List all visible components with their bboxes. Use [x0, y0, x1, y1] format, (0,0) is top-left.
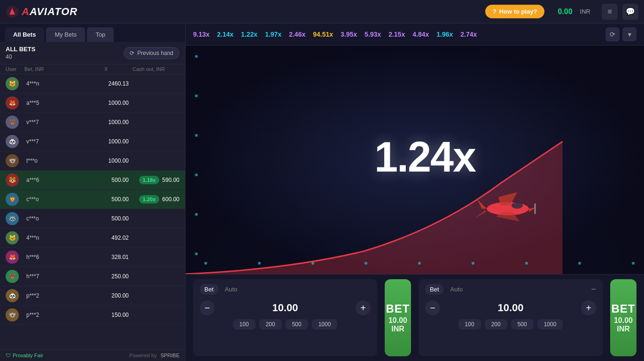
avatar: 🦊	[6, 96, 19, 110]
bets-column-headers: User Bet, INR X Cash out, INR	[0, 64, 185, 74]
bet-tab-2-bet[interactable]: Bet	[425, 284, 444, 295]
bet-panel-2-close-button[interactable]: −	[591, 284, 596, 294]
bet-btn-2-amount: 10.00 INR	[610, 316, 636, 333]
prev-hand-label: Previous hand	[137, 50, 173, 56]
bet-button-2[interactable]: BET 10.00 INR	[610, 279, 636, 356]
previous-hand-button[interactable]: ⟳ Previous hand	[124, 47, 179, 59]
bet-panel-2-tabs: Bet Auto −	[425, 284, 596, 295]
right-panel: 9.13x2.14x1.22x1.97x2.46x94.51x3.95x5.93…	[186, 24, 644, 361]
multiplier-value[interactable]: 5.93x	[365, 31, 381, 38]
expand-button[interactable]: ▾	[622, 27, 636, 41]
avatar: 🐼	[6, 289, 19, 302]
left-panel: All Bets My Bets Top ALL BETS 40 ⟳ Previ…	[0, 24, 186, 361]
svg-marker-18	[477, 199, 487, 209]
menu-button[interactable]: ≡	[602, 4, 618, 20]
logo: AAVIATOR	[6, 5, 78, 18]
username: 4***n	[24, 80, 100, 87]
bet-panel-2: Bet Auto − − + 100 200 500 1000	[419, 279, 603, 356]
avatar: 🐻	[6, 270, 19, 283]
bet-btn-1-label: BET	[386, 302, 410, 315]
multiplier-value[interactable]: 2.15x	[388, 31, 405, 38]
bet-amount: 500.00	[100, 196, 132, 203]
bet-panel-1-amount-row: − +	[200, 300, 371, 315]
bet-panel-1-increase-button[interactable]: +	[356, 300, 371, 315]
bet-tab-1-auto[interactable]: Auto	[220, 284, 242, 295]
bet-button-1[interactable]: BET 10.00 INR	[385, 279, 411, 356]
bet-row: 🐻 v***7 1000.00	[0, 113, 185, 132]
footer-bar: 🛡 Provably Fair Powered by SPRIBE	[0, 349, 185, 361]
quick-amount-500-1[interactable]: 500	[286, 319, 308, 330]
left-dots	[195, 55, 198, 255]
quick-amount-200-2[interactable]: 200	[485, 319, 507, 330]
avatar: 🦊	[6, 251, 19, 264]
quick-amount-200-1[interactable]: 200	[259, 319, 282, 330]
bets-title-area: ALL BETS 40	[6, 46, 35, 60]
col-x: X	[104, 66, 132, 72]
bet-row: 🐻 h***7 250.00	[0, 267, 185, 286]
chat-icon: 💬	[626, 7, 635, 16]
bet-row: 🦊 h***6 328.01	[0, 248, 185, 267]
username: p***2	[24, 312, 100, 318]
dot	[195, 213, 198, 216]
bottom-dots	[204, 262, 635, 265]
quick-amount-100-2[interactable]: 100	[458, 319, 481, 330]
dot	[258, 262, 261, 265]
bet-amount: 150.00	[100, 312, 132, 318]
multiplier-value[interactable]: 94.51x	[313, 31, 333, 38]
avatar: 🐱	[6, 231, 19, 244]
avatar: 🐨	[6, 308, 19, 322]
bet-panel-2-amount-input[interactable]	[444, 302, 577, 314]
all-bets-title: ALL BETS	[6, 46, 35, 53]
plane-icon	[470, 188, 536, 227]
bet-tab-1-bet[interactable]: Bet	[200, 284, 218, 295]
dot	[472, 262, 474, 265]
quick-amount-1000-2[interactable]: 1000	[537, 319, 563, 330]
tab-my-bets[interactable]: My Bets	[46, 27, 85, 42]
quick-amount-500-2[interactable]: 500	[511, 319, 534, 330]
multiplier-value[interactable]: 1.96x	[436, 31, 453, 38]
bet-amount: 500.00	[100, 177, 132, 183]
username: h***6	[24, 254, 100, 260]
username: 4***n	[24, 235, 100, 241]
multiplier-badge: 1.20x	[139, 195, 160, 204]
multiplier-value[interactable]: 9.13x	[193, 31, 209, 38]
quick-amount-100-1[interactable]: 100	[233, 319, 256, 330]
bet-amount: 492.02	[100, 235, 132, 241]
multiplier-value[interactable]: 1.22x	[241, 31, 257, 38]
multiplier-value[interactable]: 4.84x	[412, 31, 429, 38]
username: a***5	[24, 100, 100, 106]
quick-amount-1000-1[interactable]: 1000	[312, 319, 338, 330]
bet-amount: 1000.00	[100, 100, 132, 106]
tab-top[interactable]: Top	[87, 27, 114, 42]
header-icons: ≡ 💬	[602, 4, 638, 20]
tab-all-bets[interactable]: All Bets	[5, 27, 44, 42]
multiplier-value[interactable]: 2.14x	[217, 31, 233, 38]
cashout-amount: 600.00	[162, 196, 179, 203]
game-canvas-inner: 1.24x	[186, 46, 644, 274]
multiplier-value[interactable]: 1.97x	[265, 31, 281, 38]
dot	[418, 262, 421, 265]
history-button[interactable]: ⟳	[605, 27, 620, 41]
avatar: 🦁	[6, 193, 19, 206]
bet-panel-1-decrease-button[interactable]: −	[200, 300, 215, 315]
multiplier-value[interactable]: 2.74x	[460, 31, 477, 38]
bet-amount: 200.00	[100, 292, 132, 299]
bet-row: 🐨 t***o 1000.00	[0, 151, 185, 171]
bet-amount: 500.00	[100, 215, 132, 222]
multiplier-value[interactable]: 3.95x	[341, 31, 357, 38]
chat-button[interactable]: 💬	[622, 4, 638, 20]
multiplier-value[interactable]: 2.46x	[289, 31, 305, 38]
bet-panel-2-increase-button[interactable]: +	[581, 300, 596, 315]
bet-panel-1-amount-input[interactable]	[218, 302, 352, 314]
dot	[311, 262, 314, 265]
bet-panel-1: Bet Auto − + 100 200 500 1000	[193, 279, 377, 356]
how-to-play-button[interactable]: ? How to play?	[485, 5, 545, 18]
bets-header: ALL BETS 40 ⟳ Previous hand	[0, 42, 185, 64]
col-bet: Bet, INR	[24, 66, 104, 72]
bets-count: 40	[6, 54, 35, 60]
bet-tab-2-auto[interactable]: Auto	[446, 284, 468, 295]
bet-panel-2-decrease-button[interactable]: −	[425, 300, 440, 315]
dot	[632, 262, 635, 265]
balance-currency: INR	[580, 8, 590, 15]
bet-row: 🐯 a***6 500.00 1.18x 590.00	[0, 171, 185, 190]
